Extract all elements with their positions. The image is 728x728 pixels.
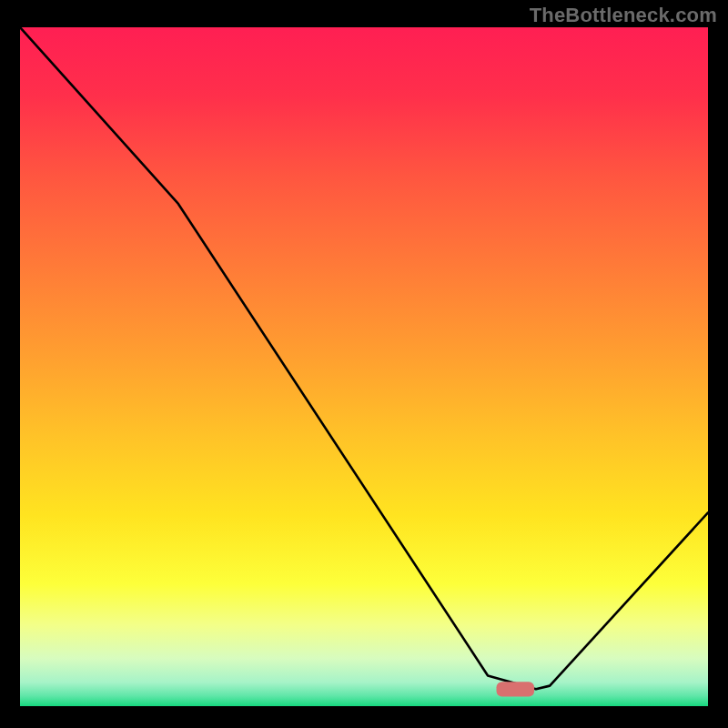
watermark-text: TheBottleneck.com — [530, 4, 717, 27]
chart-frame: TheBottleneck.com — [0, 0, 728, 728]
bottleneck-chart — [20, 27, 708, 706]
plot-area — [20, 27, 708, 706]
optimal-marker — [497, 682, 535, 696]
gradient-background — [20, 27, 708, 706]
